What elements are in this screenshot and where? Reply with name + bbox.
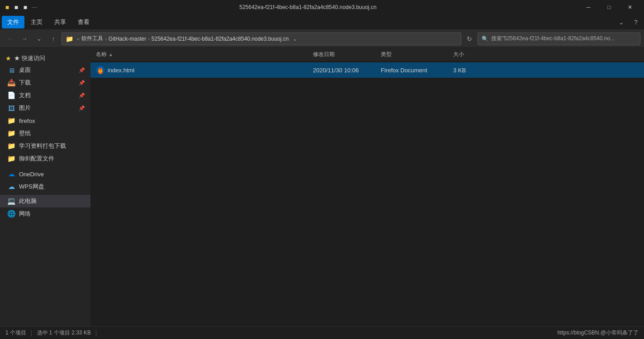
sidebar-label-pictures: 图片 <box>19 104 75 112</box>
status-url: https://blogCSBN.@小常吗条了了 <box>557 329 639 337</box>
file-name-text-0: index.html <box>108 67 134 74</box>
search-bar[interactable]: 🔍 搜索"525642ea-f21f-4bec-b8a1-82fa2a4c854… <box>478 33 640 45</box>
sidebar-label-yujian: 御剑配置文件 <box>19 155 85 163</box>
sidebar-label-wallpaper: 壁纸 <box>19 129 85 137</box>
breadcrumb-sep-2: › <box>148 36 150 42</box>
breadcrumb-sep-1: › <box>105 36 107 42</box>
search-input[interactable]: 搜索"525642ea-f21f-4bec-b8a1-82fa2a4c8540.… <box>491 35 615 42</box>
title-icon-3: ■ <box>22 4 29 11</box>
sidebar-item-onedrive[interactable]: ☁ OneDrive <box>0 168 90 180</box>
breadcrumb-sep-0: « <box>77 36 80 42</box>
sidebar-label-desktop: 桌面 <box>19 66 75 74</box>
folder-icon-wallpaper: 📁 <box>7 129 15 137</box>
window-controls: ─ □ ✕ <box>578 0 640 14</box>
sidebar-label-onedrive: OneDrive <box>19 171 85 178</box>
status-bar: 1 个项目 │ 选中 1 个项目 2.33 KB │ https://blogC… <box>0 326 644 339</box>
sidebar-item-desktop[interactable]: 🖥 桌面 📌 <box>0 64 90 76</box>
sidebar-item-firefox[interactable]: 📁 firefox <box>0 114 90 127</box>
sidebar-item-study[interactable]: 📁 学习资料打包下载 <box>0 140 90 152</box>
folder-icon-firefox: 📁 <box>7 117 15 125</box>
menu-item-file[interactable]: 文件 <box>2 16 24 28</box>
maximize-button[interactable]: □ <box>599 0 620 14</box>
pin-icon-desktop: 📌 <box>79 67 85 73</box>
file-size-cell-0: 3 KB <box>450 67 486 74</box>
menu-help-button[interactable]: ? <box>630 16 642 28</box>
refresh-button[interactable]: ↻ <box>463 33 476 45</box>
title-bar-icons: ■ ■ ■ — <box>4 4 38 11</box>
status-item-count: 1 个项目 <box>5 329 26 337</box>
close-button[interactable]: ✕ <box>620 0 640 14</box>
title-separator: — <box>32 4 37 10</box>
sidebar-label-study: 学习资料打包下载 <box>19 142 85 150</box>
sidebar-label-download: 下载 <box>19 79 75 87</box>
doc-folder-icon: 📄 <box>7 91 15 99</box>
file-date-cell-0: 2020/11/30 10:06 <box>309 67 377 74</box>
menu-right-controls: ⌄ ? <box>615 16 642 28</box>
sidebar-item-network[interactable]: 🌐 网络 <box>0 207 90 220</box>
sort-arrow-name: ▲ <box>109 52 113 57</box>
menu-item-share[interactable]: 共享 <box>49 16 71 28</box>
col-header-name[interactable]: 名称 ▲ <box>92 48 309 61</box>
file-icon-0 <box>96 66 105 75</box>
col-header-date[interactable]: 修改日期 <box>309 48 377 61</box>
menu-item-view[interactable]: 查看 <box>72 16 95 28</box>
star-icon: ★ <box>5 55 11 62</box>
sidebar-item-yujian[interactable]: 📁 御剑配置文件 <box>0 152 90 165</box>
sidebar-label-firefox: firefox <box>19 118 85 124</box>
sidebar-item-wallpaper[interactable]: 📁 壁纸 <box>0 127 90 140</box>
sidebar-label-thispc: 此电脑 <box>19 197 85 205</box>
menu-item-home[interactable]: 主页 <box>25 16 48 28</box>
breadcrumb-item-0[interactable]: 软件工具 <box>81 35 103 42</box>
folder-icon-study: 📁 <box>7 142 15 150</box>
breadcrumb-folder-icon: 📁 <box>66 35 73 42</box>
download-folder-icon: 📥 <box>7 79 15 87</box>
nav-back-button[interactable]: ← <box>4 33 16 45</box>
network-icon: 🌐 <box>7 210 15 218</box>
file-name-cell-0: index.html <box>92 66 309 75</box>
file-type-cell-0: Firefox Document <box>377 67 450 74</box>
sidebar: ★ ★ 快速访问 🖥 桌面 📌 📥 下载 📌 📄 文档 📌 🖼 图片 📌 <box>0 48 90 326</box>
status-selected-info: 选中 1 个项目 2.33 KB <box>37 329 91 337</box>
quick-access-label: ★ 快速访问 <box>14 54 45 62</box>
nav-up-button[interactable]: ↑ <box>47 33 60 45</box>
col-header-type[interactable]: 类型 <box>377 48 450 61</box>
sidebar-item-wps[interactable]: ☁ WPS网盘 <box>0 180 90 193</box>
file-area: 名称 ▲ 修改日期 类型 大小 <box>90 48 644 326</box>
breadcrumb-item-2[interactable]: 525642ea-f21f-4bec-b8a1-82fa2a4c8540.nod… <box>152 36 289 42</box>
svg-point-3 <box>99 68 102 71</box>
address-bar: ← → ⌄ ↑ 📁 « 软件工具 › GitHack-master › 5256… <box>0 30 644 48</box>
nav-forward-button[interactable]: → <box>18 33 31 45</box>
menu-bar: 文件 主页 共享 查看 ⌄ ? <box>0 14 644 30</box>
folder-icon-yujian: 📁 <box>7 155 15 163</box>
pin-icon-download: 📌 <box>79 80 85 86</box>
window-title: 525642ea-f21f-4bec-b8a1-82fa2a4c8540.nod… <box>41 4 575 10</box>
col-header-size[interactable]: 大小 <box>450 48 486 61</box>
breadcrumb-bar[interactable]: 📁 « 软件工具 › GitHack-master › 525642ea-f21… <box>62 33 461 45</box>
status-sep-1: │ <box>30 330 33 336</box>
pc-icon: 💻 <box>7 197 15 205</box>
title-icon-2: ■ <box>13 4 20 11</box>
column-headers: 名称 ▲ 修改日期 类型 大小 <box>90 48 644 61</box>
pin-icon-documents: 📌 <box>79 93 85 99</box>
sidebar-item-documents[interactable]: 📄 文档 📌 <box>0 89 90 102</box>
search-icon: 🔍 <box>482 36 488 42</box>
minimize-button[interactable]: ─ <box>578 0 599 14</box>
sidebar-label-network: 网络 <box>19 210 85 218</box>
title-bar: ■ ■ ■ — 525642ea-f21f-4bec-b8a1-82fa2a4c… <box>0 0 644 14</box>
breadcrumb-item-1[interactable]: GitHack-master <box>109 36 146 42</box>
sidebar-label-wps: WPS网盘 <box>19 183 85 191</box>
sidebar-item-pictures[interactable]: 🖼 图片 📌 <box>0 102 90 114</box>
title-icon-1: ■ <box>4 4 11 11</box>
breadcrumb-dropdown-button[interactable]: ⌄ <box>290 33 299 45</box>
status-sep-2: │ <box>95 330 98 336</box>
menu-chevron-button[interactable]: ⌄ <box>615 16 628 28</box>
main-layout: ★ ★ 快速访问 🖥 桌面 📌 📥 下载 📌 📄 文档 📌 🖼 图片 📌 <box>0 48 644 326</box>
desktop-icon: 🖥 <box>7 66 15 74</box>
sidebar-item-download[interactable]: 📥 下载 📌 <box>0 76 90 89</box>
file-item-0[interactable]: index.html 2020/11/30 10:06 Firefox Docu… <box>90 62 644 78</box>
sidebar-item-thispc[interactable]: 💻 此电脑 <box>0 195 90 207</box>
nav-recent-button[interactable]: ⌄ <box>33 33 45 45</box>
sidebar-label-documents: 文档 <box>19 91 75 99</box>
pic-folder-icon: 🖼 <box>7 104 15 112</box>
wps-icon: ☁ <box>7 183 15 191</box>
